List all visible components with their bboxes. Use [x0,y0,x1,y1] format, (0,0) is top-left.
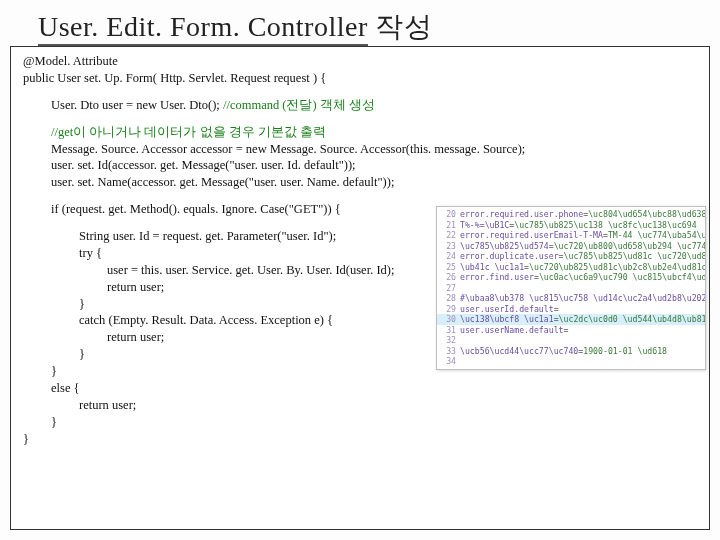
code-comment: //command (전달) 객체 생성 [223,98,375,112]
overlay-text: error.required.user.phone=\uc804\ud654\u… [460,209,705,220]
overlay-row: 32 [437,335,705,346]
line-number: 20 [440,209,456,220]
line-number: 27 [440,283,456,294]
overlay-row: 33\ucb56\ucd44\ucc77\uc740=1900-01-01 \u… [437,346,705,357]
line-number: 22 [440,230,456,241]
overlay-row: 34 [437,356,705,367]
overlay-text: error.required.userEmail-T-MA=TM-44 \uc7… [460,230,705,241]
code-line: @Model. Attribute [23,53,699,70]
overlay-text: \ub41c \uc1a1=\uc720\ub825\ud81c\ub2c8\u… [460,262,705,273]
line-number: 30 [440,314,456,325]
overlay-text: error.duplicate.user=\uc785\ub825\ud81c … [460,251,705,262]
title-prefix: User. Edit. Form. Controller [38,11,368,42]
code-line: User. Dto user = new User. Dto(); //comm… [23,97,699,114]
code-line: user. set. Id(accessor. get. Message("us… [23,157,699,174]
line-number: 26 [440,272,456,283]
line-number: 24 [440,251,456,262]
overlay-text: T%-%=\uB1C=\uc785\ub825\uc138 \uc8fc\uc1… [460,220,697,231]
overlay-row: 26error.find.user=\uc0ac\uc6a9\uc790 \uc… [437,272,705,283]
line-number: 21 [440,220,456,231]
title-suffix: 작성 [368,11,433,42]
line-number: 25 [440,262,456,273]
code-line: Message. Source. Accessor accessor = new… [23,141,699,158]
overlay-row: 28#\ubaa8\ub378 \uc815\uc758 \ud14c\uc2a… [437,293,705,304]
code-line: } [23,414,699,431]
code-line: user. set. Name(accessor. get. Message("… [23,174,699,191]
overlay-text: #\ubaa8\ub378 \uc815\uc758 \ud14c\uc2a4\… [460,293,705,304]
line-number: 23 [440,241,456,252]
overlay-row: 31user.userName.default= [437,325,705,336]
overlay-row: 21T%-%=\uB1C=\uc785\ub825\uc138 \uc8fc\u… [437,220,705,231]
overlay-text: user.userName.default= [460,325,568,336]
overlay-text: \uc785\ub825\ud574=\uc720\ub800\ud658\ub… [460,241,705,252]
overlay-row: 29user.userId.default= [437,304,705,315]
overlay-row: 30\uc138\ubcf8 \uc1a1=\uc2dc\uc0d0 \ud54… [437,314,705,325]
overlay-text [460,283,465,294]
overlay-text [460,335,465,346]
overlay-text [460,356,465,367]
code-line: public User set. Up. Form( Http. Servlet… [23,70,699,87]
overlay-text: \ucb56\ucd44\ucc77\uc740=1900-01-01 \ud6… [460,346,667,357]
code-line: } [23,431,699,448]
overlay-row: 27 [437,283,705,294]
line-number: 29 [440,304,456,315]
overlay-row: 20error.required.user.phone=\uc804\ud654… [437,209,705,220]
overlay-text: \uc138\ubcf8 \uc1a1=\uc2dc\uc0d0 \ud544\… [460,314,705,325]
line-number: 34 [440,356,456,367]
line-number: 32 [440,335,456,346]
slide-title: User. Edit. Form. Controller 작성 [0,0,720,50]
properties-overlay: 20error.required.user.phone=\uc804\ud654… [436,206,706,370]
overlay-row: 22error.required.userEmail-T-MA=TM-44 \u… [437,230,705,241]
overlay-text: error.find.user=\uc0ac\uc6a9\uc790 \uc81… [460,272,705,283]
overlay-row: 23\uc785\ub825\ud574=\uc720\ub800\ud658\… [437,241,705,252]
code-line: return user; [23,397,699,414]
code-line: else { [23,380,699,397]
overlay-row: 24error.duplicate.user=\uc785\ub825\ud81… [437,251,705,262]
line-number: 33 [440,346,456,357]
overlay-text: user.userId.default= [460,304,559,315]
overlay-row: 25\ub41c \uc1a1=\uc720\ub825\ud81c\ub2c8… [437,262,705,273]
line-number: 31 [440,325,456,336]
line-number: 28 [440,293,456,304]
code-comment: //get이 아니거나 데이터가 없을 경우 기본값 출력 [23,124,699,141]
